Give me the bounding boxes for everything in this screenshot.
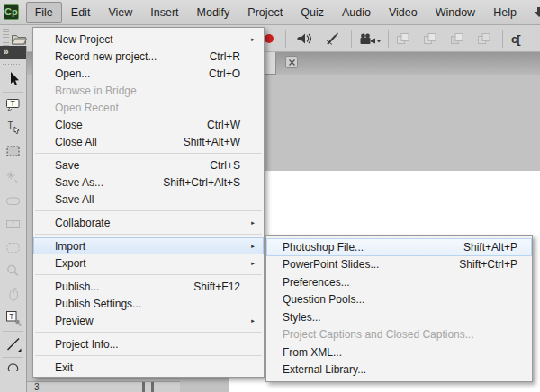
menu-separator [35,234,262,235]
submenu-item-styles[interactable]: Styles... [266,308,532,326]
slidelet-icon [4,239,22,257]
menu-view[interactable]: View [99,2,141,23]
menu-item-collaborate[interactable]: Collaborate [33,214,264,231]
open-project-button[interactable] [11,31,28,47]
selection-arrow-icon [4,70,22,88]
button-shape-icon [4,192,22,210]
menu-item-close[interactable]: Close Ctrl+W [33,116,264,133]
tool-text-animation[interactable]: T [0,307,26,330]
timeline-divider-bar[interactable] [142,382,145,392]
menu-item-exit[interactable]: Exit [33,359,264,376]
menu-file[interactable]: File [26,2,62,23]
audio-button[interactable] [296,31,312,47]
menu-item-record-new-project[interactable]: Record new project... Ctrl+R [33,48,264,65]
tool-selection[interactable] [0,67,26,91]
menu-separator [35,274,262,275]
timeline-strip: 3 [27,381,180,392]
slide-navigation: / 4 [526,4,540,21]
duplicate-slide-button-disabled[interactable] [477,31,491,47]
toolbox-separator [3,165,23,165]
mouse-icon [4,286,22,304]
menu-separator [35,332,262,333]
submenu-item-powerpoint-slides[interactable]: PowerPoint Slides... Shift+Ctrl+P [266,256,532,274]
tool-click-box-disabled[interactable] [0,166,26,190]
captivate-logo: Cp [4,4,19,20]
tool-highlight-box[interactable] [0,140,26,164]
menu-quiz[interactable]: Quiz [292,2,333,23]
layered-squares-icon [423,32,437,45]
menu-item-open-recent[interactable]: Open Recent [33,99,264,116]
text-animation-icon: T [4,309,22,327]
magnifier-icon [4,263,22,281]
svg-text:T: T [9,312,14,321]
object-toolbox: » T T [0,46,27,392]
menu-item-save[interactable]: Save Ctrl+S [33,156,264,174]
tool-mouse-disabled[interactable] [0,283,26,307]
toolbox-separator [3,92,23,93]
toolbar-separator [388,30,389,48]
menu-item-close-all[interactable]: Close All Shift+Alt+W [33,133,264,150]
timeline-divider-bar[interactable] [151,382,154,392]
collapse-panel-icon: » [4,47,10,57]
toolbox-divider-dotted [3,62,23,66]
menu-video[interactable]: Video [380,2,427,23]
close-icon [288,58,296,67]
tool-text-entry-box-disabled[interactable] [0,213,26,236]
menu-item-save-as[interactable]: Save As... Shift+Ctrl+Alt+S [33,174,264,191]
menu-item-project-info[interactable]: Project Info... [33,335,264,352]
record-video-button[interactable] [359,31,381,47]
closed-captions-button[interactable]: c[ [511,31,520,47]
menu-audio[interactable]: Audio [333,2,380,23]
menu-item-publish[interactable]: Publish... Shift+F12 [33,278,264,295]
menu-item-new-project[interactable]: New Project [33,31,264,48]
duplicate-button-disabled[interactable] [396,31,410,47]
tool-zoom-area-disabled[interactable] [0,260,26,283]
tool-rollover-slidelet-disabled[interactable] [0,236,26,260]
tool-button-disabled[interactable] [0,190,26,213]
menu-item-save-all[interactable]: Save All [33,191,264,208]
draw-button[interactable] [325,31,339,47]
submenu-item-question-pools[interactable]: Question Pools... [266,291,532,309]
menu-item-import[interactable]: Import [33,237,264,254]
menu-item-open[interactable]: Open... Ctrl+O [33,65,264,82]
rollover-caption-icon: T [4,120,22,138]
menu-help[interactable]: Help [484,2,526,23]
menu-item-browse-in-bridge[interactable]: Browse in Bridge [33,82,264,99]
click-sparkle-icon [4,169,22,187]
tool-ellipse-partial[interactable] [0,359,26,371]
layered-squares-icon [477,32,491,45]
toolbox-separator [3,357,23,358]
menu-separator [35,153,262,154]
file-dropdown-menu: New Project Record new project... Ctrl+R… [32,27,265,378]
menu-separator [35,355,262,356]
submenu-item-external-library[interactable]: External Library... [266,361,532,379]
submenu-item-from-xml[interactable]: From XML... [266,343,532,361]
menu-item-preview[interactable]: Preview [33,312,264,329]
menu-bar: Cp File Edit View Insert Modify Project … [0,0,540,25]
menu-project[interactable]: Project [238,2,292,23]
submenu-item-project-captions[interactable]: Project Captions and Closed Captions... [266,326,532,344]
menu-edit[interactable]: Edit [62,2,100,23]
menu-item-publish-settings[interactable]: Publish Settings... [33,295,264,312]
tool-line[interactable] [0,333,26,356]
record-button[interactable] [265,31,274,47]
menu-modify[interactable]: Modify [188,2,239,23]
tool-rollover-caption[interactable]: T [0,117,26,140]
tab-close-button[interactable] [285,56,298,68]
text-entry-box-icon [4,216,22,234]
menu-window[interactable]: Window [427,2,484,23]
highlight-box-icon [4,143,22,161]
previous-slide-arrow-icon[interactable] [533,6,540,18]
timeline-slide-number: 3 [34,382,40,392]
paste-button-disabled[interactable] [450,31,464,47]
submenu-item-photoshop-file[interactable]: Photoshop File... Shift+Alt+P [266,238,532,256]
menu-insert[interactable]: Insert [141,2,187,23]
closed-caption-icon: c[ [511,32,520,46]
menu-item-export[interactable]: Export [33,254,264,272]
svg-text:T: T [10,99,14,108]
toolbar-gripper[interactable] [3,29,9,48]
submenu-item-preferences[interactable]: Preferences... [266,273,532,291]
tool-text-caption[interactable]: T [0,94,26,117]
toolbox-header[interactable]: » [0,46,26,59]
copy-button-disabled[interactable] [423,31,437,47]
